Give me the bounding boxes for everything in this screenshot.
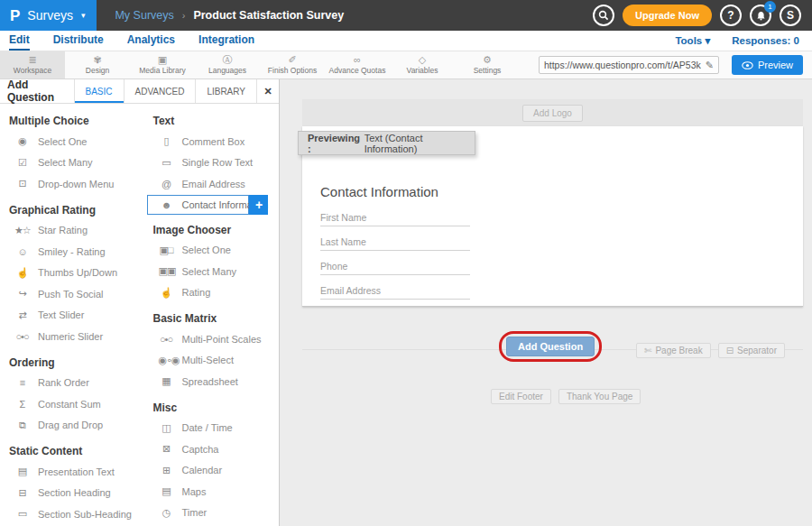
- question-type-select-many[interactable]: ▣▣Select Many: [143, 261, 279, 282]
- page-break-button[interactable]: ✄ Page Break: [636, 343, 711, 358]
- finish-options-icon: ✐: [288, 55, 296, 65]
- question-type-calendar[interactable]: ⊞Calendar: [143, 460, 279, 482]
- surveys-app-menu[interactable]: P Surveys ▾: [0, 0, 97, 31]
- form-field-last-name[interactable]: Last Name: [320, 236, 470, 251]
- toolbar-variables[interactable]: ◇Variables: [390, 51, 455, 78]
- maps-icon: ▤: [158, 485, 173, 497]
- survey-nav-tabs: EditDistributeAnalyticsIntegration: [9, 31, 254, 51]
- question-type-smiley-rating[interactable]: ☺Smiley - Rating: [0, 241, 143, 263]
- question-type-numeric-slider[interactable]: ○•○Numeric Slider: [0, 326, 143, 347]
- question-type-constant-sum[interactable]: ΣConstant Sum: [0, 393, 143, 415]
- contact-form-fields: First NameLast NamePhoneEmail Address: [320, 212, 470, 300]
- upgrade-now-button[interactable]: Upgrade Now: [623, 5, 712, 26]
- preview-button[interactable]: Preview: [732, 55, 803, 75]
- notifications-button[interactable]: 1: [750, 5, 771, 26]
- question-type-section-heading[interactable]: ⊟Section Heading: [0, 483, 143, 504]
- user-avatar[interactable]: S: [780, 5, 801, 26]
- form-field-email-address[interactable]: Email Address: [320, 285, 470, 300]
- responses-count[interactable]: Responses: 0: [732, 35, 799, 46]
- contact-information-preview: Contact Information First NameLast NameP…: [320, 184, 470, 309]
- select-many-icon: ☑: [14, 157, 30, 169]
- nav-tab-integration[interactable]: Integration: [198, 31, 254, 51]
- question-type-label: Select Many: [38, 157, 93, 168]
- close-panel-button[interactable]: ✕: [256, 79, 279, 103]
- question-type-label: Rating: [181, 287, 210, 298]
- question-type-section-sub-heading[interactable]: ▭Section Sub-Heading: [0, 503, 143, 525]
- select-many-icon: ▣▣: [158, 265, 173, 277]
- toolbar-finish-options[interactable]: ✐Finish Options: [260, 51, 325, 78]
- tab-advanced[interactable]: ADVANCED: [124, 79, 196, 103]
- tools-menu[interactable]: Tools ▾: [675, 34, 710, 47]
- question-type-maps[interactable]: ▤Maps: [143, 481, 279, 503]
- question-type-label: Select Many: [181, 266, 236, 277]
- question-type-date-time[interactable]: ◫Date / Time: [143, 418, 279, 439]
- logo-band: Add Logo: [302, 99, 803, 126]
- question-type-presentation-text[interactable]: ▤Presentation Text: [0, 461, 143, 483]
- question-type-captcha[interactable]: ⊠Captcha: [143, 438, 279, 460]
- search-button[interactable]: [593, 5, 614, 26]
- question-type-label: Smiley - Rating: [38, 246, 106, 257]
- question-type-drop-down-menu[interactable]: ⊡Drop-down Menu: [0, 173, 143, 195]
- tab-library[interactable]: LIBRARY: [195, 79, 256, 103]
- calendar-icon: ⊞: [158, 465, 173, 476]
- question-type-push-to-social[interactable]: ↪Push To Social: [0, 283, 143, 305]
- annotation-highlight-ring: Add Question: [499, 331, 602, 362]
- question-type-text-slider[interactable]: ⇄Text Slider: [0, 305, 143, 327]
- question-type-single-row-text[interactable]: ▭Single Row Text: [143, 152, 279, 174]
- question-type-label: Drag and Drop: [38, 420, 103, 430]
- question-type-multi-select[interactable]: ◉∘◉Multi-Select: [143, 350, 279, 372]
- question-type-select-one[interactable]: ◉Select One: [0, 131, 143, 152]
- add-logo-button[interactable]: Add Logo: [522, 105, 583, 122]
- settings-icon: ⚙: [483, 55, 492, 65]
- question-type-label: Presentation Text: [38, 466, 115, 477]
- question-type-spreadsheet[interactable]: ▦Spreadsheet: [143, 371, 279, 392]
- question-type-label: Maps: [181, 486, 206, 497]
- separator-icon: ⊟: [726, 346, 734, 355]
- tab-basic[interactable]: BASIC: [74, 79, 124, 103]
- question-type-column-1: Multiple Choice◉Select One☑Select Many⊡D…: [0, 111, 143, 526]
- question-type-thumbs-up-down[interactable]: ☝Thumbs Up/Down: [0, 263, 143, 284]
- footer-actions: Edit Footer Thank You Page: [491, 389, 641, 404]
- thank-you-page-button[interactable]: Thank You Page: [558, 389, 641, 404]
- toolbar-workspace[interactable]: ≣Workspace: [0, 51, 65, 78]
- edit-footer-button[interactable]: Edit Footer: [491, 389, 551, 404]
- toolbar-media-library[interactable]: ▣Media Library: [130, 51, 195, 78]
- single-row-text-icon: ▭: [158, 157, 173, 169]
- question-type-comment-box[interactable]: ▯Comment Box: [143, 131, 279, 152]
- section-heading-ordering: Ordering: [0, 353, 143, 373]
- question-type-select-many[interactable]: ☑Select Many: [0, 152, 143, 174]
- question-type-label: Push To Social: [38, 289, 104, 300]
- question-type-contact-information[interactable]: ☻Contact Information: [147, 195, 249, 215]
- question-type-star-rating[interactable]: ★☆Star Rating: [0, 220, 143, 242]
- push-to-social-icon: ↪: [14, 288, 30, 300]
- separator-button[interactable]: ⊟ Separator: [718, 343, 785, 358]
- breadcrumb-my-surveys[interactable]: My Surveys: [115, 9, 173, 22]
- nav-tab-analytics[interactable]: Analytics: [127, 31, 175, 51]
- help-button[interactable]: ?: [720, 5, 742, 26]
- edit-url-icon[interactable]: ✎: [706, 60, 718, 71]
- form-field-first-name[interactable]: First Name: [320, 212, 470, 226]
- smiley-rating-icon: ☺: [14, 246, 30, 257]
- question-type-rank-order[interactable]: ≡Rank Order: [0, 373, 143, 394]
- add-selected-question-button[interactable]: +: [249, 195, 268, 215]
- media-library-icon: ▣: [158, 55, 167, 65]
- chevron-down-icon: ▾: [81, 11, 86, 20]
- form-field-phone[interactable]: Phone: [320, 261, 470, 275]
- question-type-select-one[interactable]: ▣□Select One: [143, 240, 279, 262]
- toolbar-design[interactable]: ✾Design: [65, 51, 130, 78]
- question-type-email-address[interactable]: @Email Address: [143, 173, 279, 195]
- selected-question-type-row: ☻Contact Information+: [147, 195, 279, 215]
- toolbar-languages[interactable]: ⒶLanguages: [195, 51, 260, 78]
- add-question-button[interactable]: Add Question: [506, 337, 595, 356]
- question-type-drag-and-drop[interactable]: ⧉Drag and Drop: [0, 415, 143, 437]
- captcha-icon: ⊠: [158, 443, 173, 455]
- toolbar-advance-quotas[interactable]: ∞Advance Quotas: [325, 51, 390, 78]
- question-type-multi-point-scales[interactable]: ○•○Multi-Point Scales: [143, 328, 279, 350]
- nav-tab-distribute[interactable]: Distribute: [53, 31, 104, 51]
- toolbar-settings[interactable]: ⚙Settings: [455, 51, 520, 78]
- breadcrumb: My Surveys › Product Satisfaction Survey: [97, 0, 593, 31]
- survey-url-input[interactable]: [540, 60, 706, 70]
- question-type-rating[interactable]: ☝Rating: [143, 282, 279, 304]
- question-type-timer[interactable]: ◷Timer: [143, 503, 279, 524]
- nav-tab-edit[interactable]: Edit: [9, 31, 30, 51]
